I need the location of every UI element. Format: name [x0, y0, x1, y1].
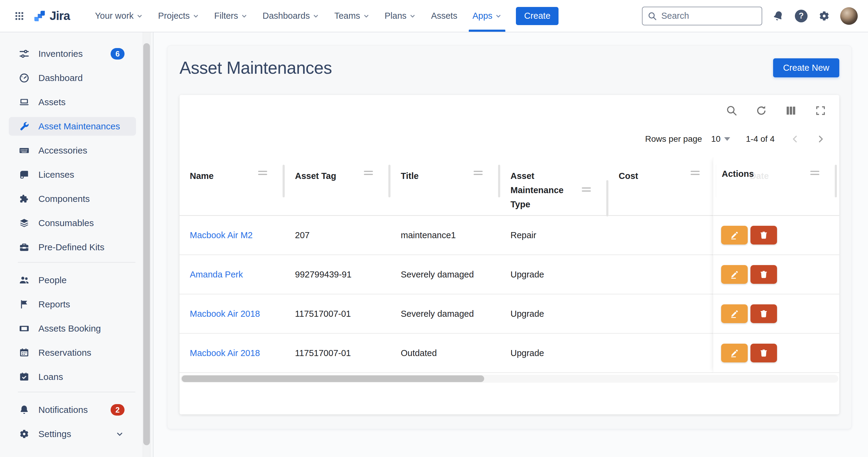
sidebar-item-settings[interactable]: Settings — [9, 425, 136, 444]
edit-button[interactable] — [721, 304, 748, 323]
previous-page-icon[interactable] — [788, 132, 802, 146]
title-cell: Severely damaged — [391, 270, 500, 280]
sidebar-item-inventories[interactable]: Inventories 6 — [9, 44, 136, 63]
sidebar-item-label: Accessories — [38, 145, 87, 156]
page-title: Asset Maintenances — [180, 58, 332, 78]
nav-item-apps[interactable]: Apps — [465, 0, 509, 32]
table-search-icon[interactable] — [725, 104, 738, 117]
nav-item-teams[interactable]: Teams — [327, 0, 377, 32]
sidebar-item-assets[interactable]: Assets — [9, 93, 136, 112]
column-header-title[interactable]: Title — [391, 157, 500, 215]
sidebar-item-label: Notifications — [38, 405, 88, 415]
refresh-icon[interactable] — [755, 104, 768, 117]
sidebar-item-loans[interactable]: Loans — [9, 368, 136, 386]
fullscreen-icon[interactable] — [814, 104, 827, 117]
column-separator[interactable] — [498, 165, 500, 197]
maintenance-type-cell: Upgrade — [500, 309, 609, 319]
sidebar-item-components[interactable]: Components — [9, 189, 136, 208]
sidebar-item-people[interactable]: People — [9, 271, 136, 290]
rows-per-page-label: Rows per page — [645, 134, 702, 144]
column-separator[interactable] — [606, 180, 609, 216]
nav-item-your-work[interactable]: Your work — [87, 0, 151, 32]
jira-logo[interactable]: Jira — [33, 9, 70, 23]
column-header-name[interactable]: Name — [180, 157, 285, 215]
nav-item-plans[interactable]: Plans — [377, 0, 424, 32]
people-icon — [19, 275, 30, 286]
user-avatar[interactable] — [840, 7, 858, 25]
asset-name-link[interactable]: Macbook Air 2018 — [180, 348, 285, 358]
delete-button[interactable] — [750, 344, 777, 362]
sidebar-item-label: Consumables — [38, 218, 94, 228]
data-grid: Name Asset Tag Title — [180, 157, 839, 373]
sidebar-item-notifications[interactable]: Notifications 2 — [9, 400, 136, 419]
horizontal-scrollbar-track[interactable] — [180, 375, 838, 383]
notifications-bell-icon[interactable] — [771, 9, 785, 23]
sidebar-item-licenses[interactable]: Licenses — [9, 165, 136, 184]
sidebar-item-asset-maintenances[interactable]: Asset Maintenances — [9, 117, 136, 136]
next-page-icon[interactable] — [814, 132, 827, 146]
create-button[interactable]: Create — [516, 7, 559, 25]
sidebar-item-dashboard[interactable]: Dashboard — [9, 69, 136, 87]
column-drag-handle-icon[interactable] — [690, 171, 700, 176]
sidebar-item-reservations[interactable]: Reservations — [9, 343, 136, 362]
column-header-asset-maintenance-type[interactable]: Asset Maintenance Type — [500, 157, 609, 215]
delete-button[interactable] — [750, 265, 777, 284]
nav-menu: Your work Projects Filters Dashboards Te… — [87, 0, 509, 32]
search-input[interactable] — [642, 7, 762, 25]
column-drag-handle-icon[interactable] — [258, 171, 267, 176]
brand-text: Jira — [50, 9, 70, 23]
laptop-icon — [19, 97, 30, 108]
asset-name-link[interactable]: Macbook Air 2018 — [180, 309, 285, 319]
settings-gear-icon[interactable] — [817, 9, 831, 23]
column-drag-handle-icon[interactable] — [810, 171, 819, 176]
pagination-range: 1-4 of 4 — [746, 134, 775, 144]
create-new-button[interactable]: Create New — [773, 58, 839, 78]
help-icon[interactable]: ? — [794, 9, 808, 23]
column-header-actions[interactable]: Actions — [713, 157, 839, 216]
title-cell: Severely damaged — [391, 309, 500, 319]
column-header-asset-tag[interactable]: Asset Tag — [285, 157, 391, 215]
sidebar: Inventories 6 Dashboard Assets Asset Mai… — [0, 32, 154, 457]
column-separator[interactable] — [283, 165, 285, 197]
table-pagination: Rows per page 10 1-4 of 4 — [180, 133, 839, 145]
sidebar-item-label: Dashboard — [38, 73, 83, 83]
app-switcher-icon[interactable] — [13, 9, 26, 23]
horizontal-scrollbar-thumb[interactable] — [182, 375, 484, 382]
nav-item-filters[interactable]: Filters — [207, 0, 255, 32]
sidebar-divider — [18, 392, 135, 392]
inventories-count-badge: 6 — [111, 48, 125, 60]
caret-down-icon — [724, 137, 730, 141]
nav-item-assets[interactable]: Assets — [424, 0, 465, 32]
edit-button[interactable] — [721, 226, 748, 245]
calendar-check-icon — [19, 371, 30, 382]
edit-button[interactable] — [721, 265, 748, 284]
sidebar-item-label: Assets Booking — [38, 324, 101, 334]
column-separator[interactable] — [389, 165, 391, 197]
nav-item-projects[interactable]: Projects — [151, 0, 207, 32]
delete-button[interactable] — [750, 304, 777, 323]
column-header-cost[interactable]: Cost — [609, 157, 717, 215]
asset-name-link[interactable]: Amanda Perk — [180, 270, 285, 280]
sidebar-item-accessories[interactable]: Accessories — [9, 141, 136, 160]
nav-item-dashboards[interactable]: Dashboards — [255, 0, 327, 32]
columns-icon[interactable] — [784, 104, 798, 117]
question-mark-icon: ? — [795, 10, 808, 22]
column-drag-handle-icon[interactable] — [364, 171, 373, 176]
sidebar-item-assets-booking[interactable]: Assets Booking — [9, 319, 136, 338]
maintenance-type-cell: Upgrade — [500, 270, 609, 280]
delete-button[interactable] — [750, 226, 777, 245]
table-toolbar — [180, 95, 839, 117]
gauge-icon — [19, 72, 30, 84]
edit-button[interactable] — [721, 344, 748, 362]
sidebar-item-reports[interactable]: Reports — [9, 295, 136, 314]
column-drag-handle-icon[interactable] — [582, 187, 591, 193]
column-drag-handle-icon[interactable] — [473, 171, 483, 176]
actions-pinned-column: Actions — [713, 157, 839, 373]
sidebar-scrollbar-thumb[interactable] — [143, 43, 150, 445]
column-separator[interactable] — [835, 165, 837, 197]
sidebar-item-consumables[interactable]: Consumables — [9, 214, 136, 233]
asset-name-link[interactable]: Macbook Air M2 — [180, 230, 285, 240]
sidebar-item-pre-defined-kits[interactable]: Pre-Defined Kits — [9, 238, 136, 256]
asset-maintenances-card: Asset Maintenances Create New — [167, 45, 852, 429]
rows-per-page-select[interactable]: 10 — [711, 134, 730, 144]
